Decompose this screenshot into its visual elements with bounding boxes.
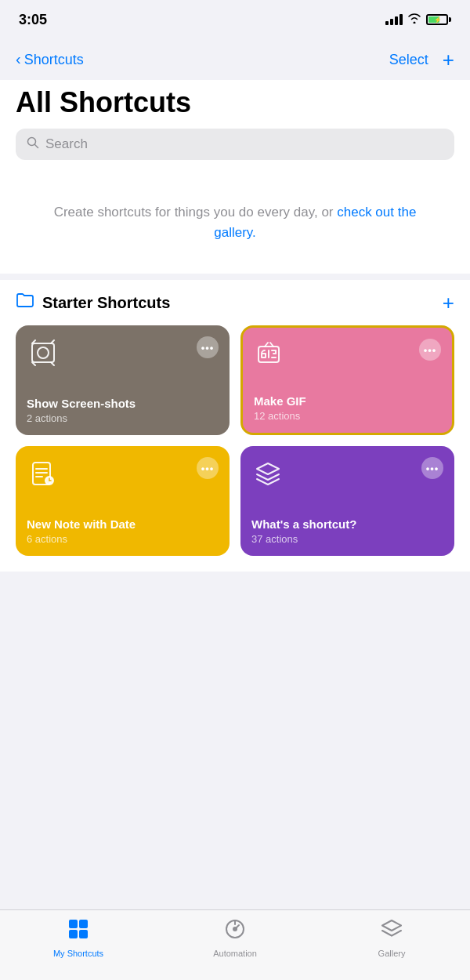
status-time: 3:05 <box>19 12 47 28</box>
my-shortcuts-icon <box>67 918 89 946</box>
note-icon <box>27 457 60 490</box>
status-bar: 3:05 ⚡ <box>0 0 470 39</box>
card-actions: 2 actions <box>27 412 219 424</box>
signal-icon <box>385 14 403 25</box>
shortcuts-section: Starter Shortcuts + ••• <box>16 280 454 556</box>
svg-line-1 <box>35 145 38 148</box>
tab-automation-label: Automation <box>213 949 257 958</box>
screenshot-icon <box>27 336 60 369</box>
shortcut-card-screenshots[interactable]: ••• Show Screen-shots 2 actions <box>16 325 230 435</box>
select-button[interactable]: Select <box>389 52 428 68</box>
gif-icon <box>254 339 287 372</box>
tab-gallery-label: Gallery <box>378 949 406 958</box>
svg-rect-2 <box>32 343 54 362</box>
back-chevron-icon: ‹ <box>16 50 21 68</box>
svg-rect-14 <box>69 930 78 938</box>
card-name: Show Screen-shots <box>27 396 219 412</box>
layers-icon <box>251 457 284 490</box>
section-title-group: Starter Shortcuts <box>16 292 170 313</box>
search-placeholder: Search <box>45 136 88 152</box>
search-icon <box>27 136 39 152</box>
back-button[interactable]: ‹ Shortcuts <box>16 51 84 68</box>
nav-actions: Select + <box>389 49 454 70</box>
shortcut-card-note[interactable]: ••• New Note with Date 6 actions <box>16 446 230 556</box>
more-button[interactable]: ••• <box>197 336 219 358</box>
section-add-button[interactable]: + <box>443 292 454 313</box>
section-title: Starter Shortcuts <box>42 294 170 312</box>
battery-icon: ⚡ <box>426 14 451 25</box>
tab-gallery[interactable]: Gallery <box>313 918 470 958</box>
card-name: Make GIF <box>254 394 441 409</box>
more-button[interactable]: ••• <box>197 457 219 479</box>
back-label: Shortcuts <box>24 52 84 68</box>
tab-my-shortcuts-label: My Shortcuts <box>53 949 103 958</box>
page-title: All Shortcuts <box>0 80 470 129</box>
section-separator <box>0 274 470 280</box>
card-actions: 12 actions <box>254 410 441 422</box>
more-button[interactable]: ••• <box>421 457 443 479</box>
section-header: Starter Shortcuts + <box>16 292 454 313</box>
svg-rect-13 <box>79 920 88 928</box>
card-actions: 6 actions <box>27 533 219 545</box>
main-content: All Shortcuts Search Create shortcuts fo… <box>0 80 470 572</box>
status-icons: ⚡ <box>385 13 451 27</box>
tab-automation[interactable]: Automation <box>157 918 313 958</box>
shortcuts-grid: ••• Show Screen-shots 2 actions <box>16 325 454 556</box>
tab-bar: My Shortcuts Automation Gallery <box>0 909 470 980</box>
folder-icon <box>16 292 34 313</box>
automation-icon <box>224 918 246 946</box>
nav-bar: ‹ Shortcuts Select + <box>0 39 470 80</box>
more-button[interactable]: ••• <box>419 339 441 361</box>
svg-point-3 <box>38 347 49 358</box>
search-bar[interactable]: Search <box>16 129 454 160</box>
gallery-icon <box>381 918 403 946</box>
add-button[interactable]: + <box>443 49 454 70</box>
card-name: New Note with Date <box>27 517 219 532</box>
svg-rect-12 <box>69 920 78 928</box>
empty-state-text: Create shortcuts for things you do every… <box>54 205 338 220</box>
empty-state: Create shortcuts for things you do every… <box>16 179 454 274</box>
svg-rect-15 <box>79 930 88 938</box>
tab-my-shortcuts[interactable]: My Shortcuts <box>0 918 157 958</box>
card-actions: 37 actions <box>251 533 443 545</box>
shortcut-card-gif[interactable]: ••• Make GIF 12 actions <box>240 325 454 435</box>
shortcut-card-whats[interactable]: ••• What's a shortcut? 37 actions <box>240 446 454 556</box>
card-name: What's a shortcut? <box>251 517 443 532</box>
wifi-icon <box>407 13 421 27</box>
